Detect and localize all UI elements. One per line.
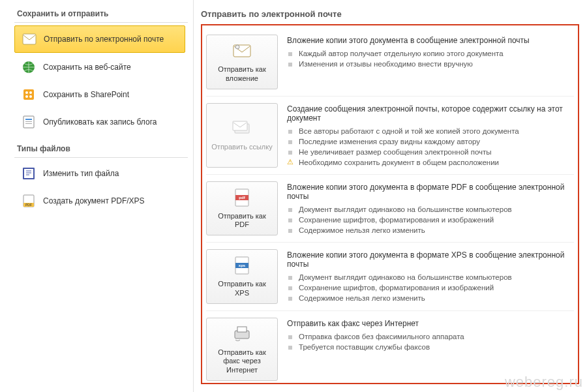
send-option-icon-2: pdf <box>232 187 252 208</box>
sidebar-item-filetype-0[interactable]: Изменить тип файла <box>14 160 185 187</box>
svg-text:pdf: pdf <box>239 196 245 200</box>
send-option-bullet: Требуется поставщик службы факсов <box>287 342 574 352</box>
send-option-button-1: Отправить ссылку <box>206 103 278 168</box>
main-title: Отправить по электронной почте <box>201 5 579 24</box>
send-option-button-label: Отправить ссылку <box>211 143 272 152</box>
send-option-button-label: Отправить как XPS <box>211 280 273 298</box>
send-option-warning: Необходимо сохранить документ в общем ра… <box>287 157 574 168</box>
send-option-icon-3: xps <box>232 255 252 276</box>
send-option-bullet: Отправка факсов без факсимильного аппара… <box>287 331 574 342</box>
send-option-button-label: Отправить как факс через Интернет <box>211 348 273 375</box>
send-option-bullet: Не увеличивает размер сообщения электрон… <box>287 147 574 157</box>
sidebar-item-label: Отправить по электронной почте <box>44 35 164 44</box>
send-option-bullet: Сохранение шрифтов, форматирования и изо… <box>287 215 574 225</box>
send-option-description: Вложение копии этого документа в формате… <box>287 181 574 236</box>
send-option-button-4[interactable]: Отправить как факс через Интернет <box>206 318 278 381</box>
svg-point-4 <box>29 91 32 94</box>
sidebar-item-send-1[interactable]: Сохранить на веб-сайте <box>14 54 185 80</box>
send-option-row: Отправить как факс через ИнтернетОтправи… <box>206 311 574 385</box>
send-option-icon-0 <box>232 40 252 61</box>
send-option-headline: Вложение копии этого документа в формате… <box>287 250 574 269</box>
sidebar: Сохранить и отправить Отправить по элект… <box>0 0 188 392</box>
send-option-bullet: Сохранение шрифтов, форматирования и изо… <box>287 282 574 293</box>
sidebar-item-filetype-icon-0 <box>21 166 37 181</box>
svg-text:xps: xps <box>239 264 246 267</box>
svg-point-6 <box>29 95 32 98</box>
send-option-description: Создание сообщения электронной почты, ко… <box>287 103 574 168</box>
sidebar-item-label: Опубликовать как запись блога <box>43 117 157 127</box>
send-option-button-3[interactable]: xpsОтправить как XPS <box>206 249 278 304</box>
sidebar-heading-file-types: Типы файлов <box>14 140 188 158</box>
svg-point-3 <box>25 91 28 94</box>
svg-rect-12 <box>24 169 33 178</box>
sidebar-item-filetype-icon-1: PDF <box>21 193 37 209</box>
send-option-bullet: Изменения и отзывы необходимо внести вру… <box>287 59 574 69</box>
main-panel: Отправить по электронной почте Отправить… <box>188 0 587 392</box>
send-option-button-label: Отправить как PDF <box>211 212 273 230</box>
send-option-row: pdfОтправить как PDFВложение копии этого… <box>206 175 574 243</box>
send-option-bullet: Документ выглядит одинаково на большинст… <box>287 272 574 282</box>
sidebar-heading-save-send: Сохранить и отправить <box>14 5 188 23</box>
sidebar-item-send-icon-0 <box>22 31 37 47</box>
send-option-button-0[interactable]: Отправить как вложение <box>206 35 278 89</box>
send-option-button-2[interactable]: pdfОтправить как PDF <box>206 181 278 236</box>
send-option-description: Отправить как факс через ИнтернетОтправк… <box>287 318 574 381</box>
send-option-headline: Вложение копии этого документа в формате… <box>287 183 574 201</box>
sidebar-item-send-2[interactable]: Сохранить в SharePoint <box>14 82 185 108</box>
sidebar-item-send-0[interactable]: Отправить по электронной почте <box>14 25 185 53</box>
sidebar-item-label: Создать документ PDF/XPS <box>43 196 145 205</box>
sidebar-item-send-icon-3 <box>21 114 37 130</box>
send-option-row: xpsОтправить как XPSВложение копии этого… <box>206 243 574 311</box>
sidebar-item-send-icon-1 <box>21 59 37 75</box>
svg-rect-2 <box>23 89 34 100</box>
send-option-bullet: Документ выглядит одинаково на большинст… <box>287 204 574 215</box>
svg-rect-8 <box>25 119 32 120</box>
send-option-bullet: Содержимое нельзя легко изменить <box>287 293 574 303</box>
send-option-headline: Вложение копии этого документа в сообщен… <box>287 36 574 45</box>
svg-rect-10 <box>25 123 32 124</box>
sidebar-item-label: Сохранить в SharePoint <box>43 90 129 99</box>
send-option-description: Вложение копии этого документа в формате… <box>287 249 574 304</box>
send-option-icon-1 <box>232 118 252 139</box>
sidebar-item-label: Изменить тип файла <box>43 169 119 178</box>
send-option-headline: Создание сообщения электронной почты, ко… <box>287 104 574 123</box>
svg-rect-27 <box>237 327 247 332</box>
sidebar-item-send-icon-2 <box>21 87 37 102</box>
sidebar-item-label: Сохранить на веб-сайте <box>43 63 131 72</box>
send-option-button-label: Отправить как вложение <box>211 65 273 83</box>
svg-rect-9 <box>25 121 32 122</box>
svg-rect-0 <box>23 34 36 44</box>
highlighted-options-box: Отправить как вложениеВложение копии это… <box>201 24 579 384</box>
sidebar-item-filetype-1[interactable]: PDFСоздать документ PDF/XPS <box>14 188 185 214</box>
send-option-row: Отправить ссылкуСоздание сообщения элект… <box>206 97 574 175</box>
svg-text:PDF: PDF <box>25 203 32 207</box>
send-option-bullet: Содержимое нельзя легко изменить <box>287 225 574 235</box>
svg-point-5 <box>25 95 28 98</box>
send-option-row: Отправить как вложениеВложение копии это… <box>206 28 574 97</box>
send-option-icon-4 <box>232 324 252 344</box>
send-option-description: Вложение копии этого документа в сообщен… <box>287 35 574 89</box>
svg-rect-19 <box>233 121 247 130</box>
send-option-bullet: Все авторы работают с одной и той же коп… <box>287 126 574 136</box>
send-option-bullet: Каждый автор получает отдельную копию эт… <box>287 48 574 59</box>
sidebar-item-send-3[interactable]: Опубликовать как запись блога <box>14 109 185 135</box>
send-option-headline: Отправить как факс через Интернет <box>287 319 574 328</box>
send-option-bullet: Последние изменения сразу видны каждому … <box>287 136 574 147</box>
svg-point-17 <box>235 45 239 49</box>
